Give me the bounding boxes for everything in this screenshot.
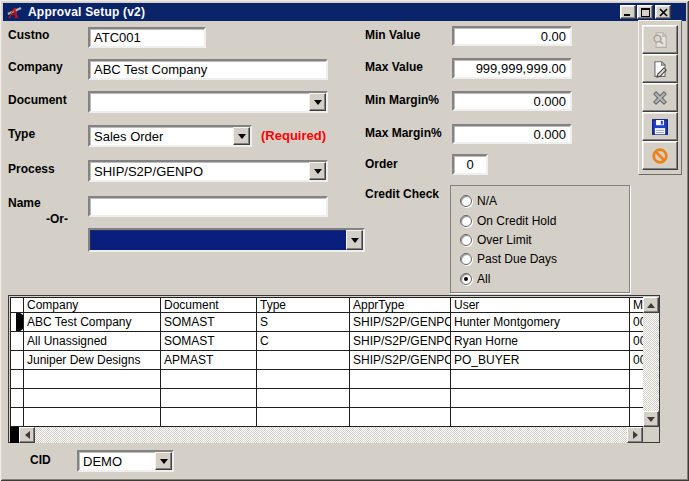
cell-company[interactable]: All Unassigned: [24, 332, 161, 351]
table-row[interactable]: ABC Test Company SOMAST S SHIP/S2P/GENPO…: [11, 313, 644, 332]
process-combo-button[interactable]: [309, 162, 326, 180]
cell-type[interactable]: C: [257, 332, 350, 351]
grid-viewport: Company Document Type ApprType User Min …: [10, 297, 643, 427]
table-row[interactable]: All Unassigned SOMAST C SHIP/S2P/GENPO R…: [11, 332, 644, 351]
close-button[interactable]: [655, 5, 671, 19]
order-input[interactable]: [454, 156, 486, 173]
table-row-empty[interactable]: [11, 370, 644, 389]
max-value-input[interactable]: [454, 60, 570, 77]
toolbar: [638, 20, 682, 175]
order-field[interactable]: [452, 154, 488, 175]
cell-user[interactable]: Hunter Montgomery: [451, 313, 630, 332]
row-selector-cell[interactable]: [11, 313, 24, 332]
cell-user[interactable]: PO_BUYER: [451, 351, 630, 370]
custno-field[interactable]: [88, 27, 206, 48]
col-header-company[interactable]: Company: [24, 298, 161, 313]
max-value-field[interactable]: [452, 58, 572, 79]
radio-over-limit[interactable]: Over Limit: [460, 232, 532, 248]
cell-type[interactable]: [257, 351, 350, 370]
grid-header-row: Company Document Type ApprType User Min: [11, 298, 644, 313]
cell-apprtype[interactable]: SHIP/S2P/GENPO: [350, 332, 451, 351]
max-margin-field[interactable]: [452, 124, 572, 144]
horizontal-scroll-track[interactable]: [35, 427, 627, 443]
max-value-label: Max Value: [365, 60, 423, 74]
grid-horizontal-scrollbar[interactable]: [10, 427, 643, 443]
scroll-up-button[interactable]: [643, 297, 659, 313]
close-icon: [659, 8, 668, 17]
company-field[interactable]: [88, 59, 328, 80]
name-input[interactable]: [90, 198, 326, 215]
chevron-down-icon: [314, 100, 322, 109]
type-combo[interactable]: Sales Order: [88, 125, 252, 147]
process-combo[interactable]: SHIP/S2P/GENPO: [88, 160, 328, 182]
or-label: -Or-: [46, 212, 68, 226]
radio-icon: [460, 195, 472, 207]
grid-vertical-scrollbar[interactable]: [643, 297, 659, 427]
cell-company[interactable]: Juniper Dew Designs: [24, 351, 161, 370]
scroll-right-button[interactable]: [627, 427, 643, 443]
current-row-arrow-icon: [16, 313, 24, 332]
radio-icon: [460, 253, 472, 265]
grid-splitter-handle[interactable]: [10, 427, 19, 443]
cell-company[interactable]: ABC Test Company: [24, 313, 161, 332]
chevron-down-icon: [314, 169, 322, 178]
cell-min[interactable]: 00: [630, 313, 644, 332]
min-margin-field[interactable]: [452, 91, 572, 111]
row-selector-cell[interactable]: [11, 332, 24, 351]
cell-document[interactable]: SOMAST: [161, 332, 257, 351]
custno-input[interactable]: [90, 29, 204, 46]
row-selector-cell[interactable]: [11, 351, 24, 370]
min-value-field[interactable]: [452, 26, 572, 46]
radio-icon: [460, 234, 472, 246]
col-header-type[interactable]: Type: [257, 298, 350, 313]
min-value-input[interactable]: [454, 28, 570, 44]
title-bar[interactable]: A Approval Setup (v2): [3, 3, 686, 21]
save-record-button[interactable]: [642, 112, 678, 141]
type-combo-button[interactable]: [233, 127, 250, 145]
delete-x-icon: [651, 89, 669, 107]
cell-document[interactable]: APMAST: [161, 351, 257, 370]
radio-past-due-days[interactable]: Past Due Days: [460, 251, 557, 267]
cell-apprtype[interactable]: SHIP/S2P/GENPO: [350, 351, 451, 370]
document-combo[interactable]: [88, 91, 328, 113]
col-header-apprtype[interactable]: ApprType: [350, 298, 451, 313]
scroll-down-button[interactable]: [643, 411, 659, 427]
document-combo-button[interactable]: [309, 93, 326, 111]
cid-label: CID: [30, 453, 51, 467]
maximize-button[interactable]: [637, 5, 653, 19]
chevron-down-icon: [160, 459, 168, 468]
cell-min[interactable]: 00: [630, 332, 644, 351]
radio-past-due-days-label: Past Due Days: [477, 252, 557, 266]
table-row[interactable]: Juniper Dew Designs APMAST SHIP/S2P/GENP…: [11, 351, 644, 370]
table-row-empty[interactable]: [11, 408, 644, 427]
edit-record-button[interactable]: [642, 54, 678, 83]
approval-setup-window: A Approval Setup (v2) Custno Company Doc…: [0, 0, 689, 481]
cell-min[interactable]: 00: [630, 351, 644, 370]
radio-all[interactable]: All: [460, 271, 490, 287]
company-input[interactable]: [90, 61, 326, 78]
col-header-min[interactable]: Min: [630, 298, 644, 313]
radio-na[interactable]: N/A: [460, 193, 497, 209]
cid-combo[interactable]: DEMO: [77, 450, 174, 472]
radio-on-credit-hold[interactable]: On Credit Hold: [460, 213, 556, 229]
name-field[interactable]: [88, 196, 328, 217]
minimize-button[interactable]: [620, 5, 636, 19]
max-margin-input[interactable]: [454, 126, 570, 142]
cid-combo-button[interactable]: [155, 452, 172, 470]
document-magnifier-icon: [651, 31, 669, 49]
cell-user[interactable]: Ryan Horne: [451, 332, 630, 351]
view-record-button: [642, 25, 678, 54]
cancel-button[interactable]: [642, 141, 678, 170]
name-alt-combo[interactable]: [88, 228, 365, 252]
col-header-user[interactable]: User: [451, 298, 630, 313]
table-row-empty[interactable]: [11, 389, 644, 408]
scroll-left-button[interactable]: [19, 427, 35, 443]
cell-type[interactable]: S: [257, 313, 350, 332]
col-header-document[interactable]: Document: [161, 298, 257, 313]
min-margin-input[interactable]: [454, 93, 570, 109]
credit-check-group: N/A On Credit Hold Over Limit Past Due D…: [450, 185, 630, 293]
cell-document[interactable]: SOMAST: [161, 313, 257, 332]
name-alt-combo-button[interactable]: [346, 230, 363, 250]
delete-record-button[interactable]: [642, 83, 678, 112]
cell-apprtype[interactable]: SHIP/S2P/GENPO: [350, 313, 451, 332]
